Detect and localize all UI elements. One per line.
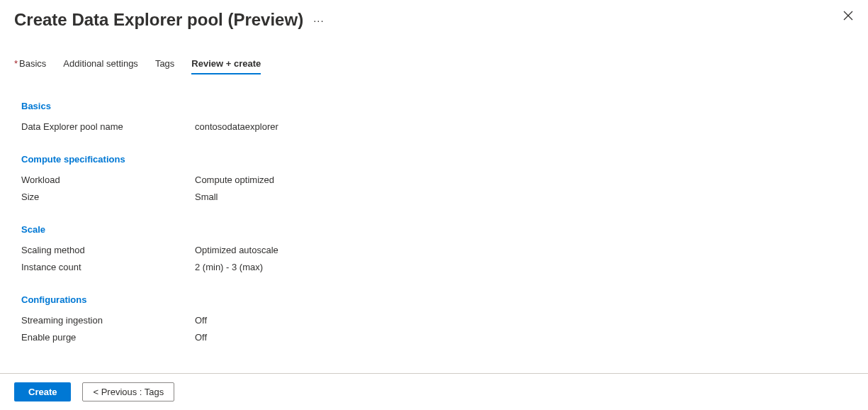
row-instance-count: Instance count 2 (min) - 3 (max)	[21, 259, 847, 276]
review-content: Basics Data Explorer pool name contosoda…	[0, 75, 868, 372]
label-enable-purge: Enable purge	[21, 329, 195, 346]
create-button[interactable]: Create	[14, 382, 71, 401]
row-streaming-ingestion: Streaming ingestion Off	[21, 312, 847, 329]
section-heading-configurations: Configurations	[21, 294, 847, 305]
label-instance-count: Instance count	[21, 259, 195, 276]
tab-review-create[interactable]: Review + create	[191, 58, 261, 74]
row-scaling-method: Scaling method Optimized autoscale	[21, 242, 847, 259]
row-pool-name: Data Explorer pool name contosodataexplo…	[21, 118, 847, 135]
more-icon[interactable]: ···	[313, 14, 325, 26]
label-size: Size	[21, 189, 195, 206]
row-workload: Workload Compute optimized	[21, 172, 847, 189]
required-asterisk: *	[14, 58, 18, 69]
row-size: Size Small	[21, 189, 847, 206]
section-heading-basics: Basics	[21, 101, 847, 111]
label-pool-name: Data Explorer pool name	[21, 118, 195, 135]
tab-additional-settings[interactable]: Additional settings	[63, 58, 138, 74]
tab-basics-label: Basics	[19, 58, 46, 69]
previous-button[interactable]: < Previous : Tags	[82, 382, 174, 401]
label-workload: Workload	[21, 172, 195, 189]
value-scaling-method: Optimized autoscale	[195, 242, 278, 259]
row-enable-purge: Enable purge Off	[21, 329, 847, 346]
value-size: Small	[195, 189, 218, 206]
value-streaming-ingestion: Off	[195, 312, 207, 329]
section-heading-scale: Scale	[21, 224, 847, 235]
label-streaming-ingestion: Streaming ingestion	[21, 312, 195, 329]
close-icon[interactable]	[842, 10, 854, 23]
value-pool-name: contosodataexplorer	[195, 118, 278, 135]
page-title: Create Data Explorer pool (Preview)	[14, 10, 303, 30]
tabs-bar: *Basics Additional settings Tags Review …	[0, 30, 868, 75]
label-scaling-method: Scaling method	[21, 242, 195, 259]
value-workload: Compute optimized	[195, 172, 274, 189]
value-instance-count: 2 (min) - 3 (max)	[195, 259, 263, 276]
value-enable-purge: Off	[195, 329, 207, 346]
section-heading-compute: Compute specifications	[21, 154, 847, 165]
tab-basics[interactable]: *Basics	[14, 58, 46, 74]
tab-tags[interactable]: Tags	[155, 58, 174, 74]
footer-bar: Create < Previous : Tags	[0, 373, 868, 410]
